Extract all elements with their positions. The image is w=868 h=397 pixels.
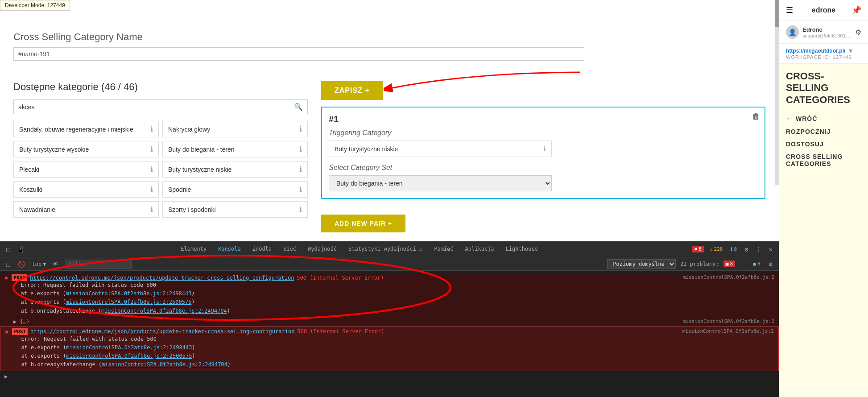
devtools-inspect-icon[interactable]: ⬚ [4, 244, 12, 255]
tab-elements[interactable]: Elementy [175, 243, 212, 256]
info-icon[interactable]: ℹ [299, 165, 302, 174]
category-item[interactable]: Buty do biegania - teren ℹ [162, 141, 308, 157]
right-sidebar: ☰ edrone 📌 👤 Edrone support@64e613018b53… [779, 0, 868, 397]
info-icon[interactable]: ℹ [150, 185, 153, 194]
sidebar-nav-item-wróć[interactable]: ← WRÓĆ [786, 115, 861, 123]
error-url[interactable]: https://control.edrone.me/json/products/… [30, 275, 294, 281]
problems-count: 22 problemy: [680, 261, 719, 267]
workspace-url[interactable]: https://megaoutdoor.pl/ [786, 48, 845, 54]
info-icon[interactable]: ℹ [299, 205, 302, 214]
sidebar-nav-item-dostosuj[interactable]: DOSTOSUJ [786, 141, 861, 148]
delete-button[interactable]: 🗑 [752, 112, 760, 121]
gear-icon[interactable]: ⚙ [855, 28, 861, 37]
tab-lighthouse[interactable]: Lighthouse [500, 243, 543, 256]
hamburger-icon[interactable]: ☰ [786, 5, 793, 15]
tab-application[interactable]: Aplikacja [460, 243, 500, 256]
middle-section: Dostępne kategorie (46 / 46) 🔍 Sandały, … [0, 72, 779, 241]
category-item[interactable]: Spodnie ℹ [162, 181, 308, 198]
console-ellipsis-row[interactable]: ▶ {…} missionControlSPA.0f2afb8e.js:2 [0, 317, 779, 327]
save-button[interactable]: ZAPISZ + [321, 81, 383, 100]
info-icon[interactable]: ℹ [299, 145, 302, 153]
sidebar-nav-item-cross-selling[interactable]: CROSS SELLING CATEGORIES [786, 153, 861, 167]
search-icon: 🔍 [294, 103, 303, 111]
console-content: ✖ POST https://control.edrone.me/json/pr… [0, 271, 779, 397]
tab-network[interactable]: Sieć [278, 243, 302, 256]
user-email: support@64e613018b53a... [802, 33, 851, 38]
scrollbar-track[interactable] [775, 0, 779, 185]
warning-count-badge: ⚠ 228 [707, 246, 725, 252]
category-item[interactable]: Nakrycia głowy ℹ [162, 121, 308, 137]
category-item[interactable]: Sandały, obuwie regeneracyjne i miejskie… [13, 121, 159, 137]
pair-card: #1 🗑 Triggering Category Buty turystyczn… [321, 107, 765, 199]
error-source[interactable]: missionControlSPA.0f2afb8e.js:2 [683, 274, 774, 280]
error-url[interactable]: https://control.edrone.me/json/products/… [30, 328, 294, 335]
console-error-row: ✖ POST https://control.edrone.me/json/pr… [0, 273, 779, 317]
problems-info-badge: ■ 8 [751, 261, 762, 267]
dropdown-icon[interactable]: ▼ [847, 47, 854, 54]
console-eye-icon[interactable]: 👁 [50, 259, 60, 269]
add-new-pair-button[interactable]: ADD NEW PAIR + [321, 215, 405, 232]
error-link[interactable]: missionControlSPA.0f2afb8e.js:2:2494704 [102, 361, 227, 368]
tab-memory[interactable]: Pamięć [429, 243, 459, 256]
console-toolbar: ⬚ 🚫 top ▼ 👁 Poziomy domyślne 22 problemy… [0, 257, 779, 271]
category-item[interactable]: Szorty i spodenki ℹ [162, 201, 308, 218]
category-item[interactable]: Buty turystyczne niskie ℹ [162, 161, 308, 178]
triggering-category-item[interactable]: Buty turystyczne niskie ℹ [329, 141, 552, 157]
info-icon[interactable]: ℹ [543, 145, 546, 153]
category-item[interactable]: Nawadnianie ℹ [13, 201, 159, 218]
info-icon[interactable]: ℹ [150, 145, 153, 153]
devtools-close-icon[interactable]: ✕ [767, 244, 774, 255]
tab-sources[interactable]: Źródła [247, 243, 277, 256]
triggering-category-title: Triggering Category [329, 129, 758, 137]
error-link[interactable]: missionControlSPA.0f2afb8e.js:2:2500575 [66, 299, 192, 305]
developer-mode-bar: Developer Mode: 127449 [0, 0, 70, 11]
devtools-more-icon[interactable]: ⋮ [754, 244, 764, 255]
error-source[interactable]: missionControlSPA.0f2afb8e.js:2 [682, 328, 774, 334]
error-icon: ✖ [4, 274, 8, 281]
tab-performance-insights[interactable]: Statystyki wydajności ⚠ [343, 243, 428, 256]
console-context-selector[interactable]: top ▼ [32, 261, 46, 267]
info-icon[interactable]: ℹ [150, 205, 153, 214]
devtools-dock-icons: ⬚ 📱 [4, 244, 26, 255]
console-dock-icon[interactable]: ⬚ [4, 259, 12, 269]
search-input[interactable] [18, 103, 294, 111]
info-icon[interactable]: ℹ [299, 125, 302, 133]
error-link[interactable]: missionControlSPA.0f2afb8e.js:2:2500575 [66, 353, 192, 359]
scrollbar-thumb[interactable] [775, 0, 779, 27]
tab-console[interactable]: Konsola [213, 243, 246, 256]
category-item[interactable]: Plecaki ℹ [13, 161, 159, 178]
console-filter-input[interactable] [65, 260, 132, 269]
search-box[interactable]: 🔍 [13, 99, 308, 114]
info-icon[interactable]: ℹ [150, 125, 153, 133]
log-level-select[interactable]: Poziomy domyślne [607, 259, 676, 269]
categories-grid: Sandały, obuwie regeneracyjne i miejskie… [13, 121, 308, 218]
user-name: Edrone [802, 26, 851, 33]
error-link[interactable]: missionControlSPA.0f2afb8e.js:2:2498443 [66, 290, 192, 297]
avatar: 👤 [786, 25, 799, 39]
user-info: Edrone support@64e613018b53a... [802, 26, 851, 38]
console-error-row-highlighted: ✖ POST https://control.edrone.me/json/pr… [0, 327, 779, 371]
tab-performance[interactable]: Wydajność [302, 243, 342, 256]
workspace-id: WORKSPACE ID: 127449 [786, 54, 861, 60]
info-count-badge: ℹ 8 [728, 246, 739, 252]
console-clear-icon[interactable]: 🚫 [16, 259, 27, 269]
devtools-settings-icon[interactable]: ⚙ [743, 244, 750, 255]
categories-title: Dostępne kategorie (46 / 46) [13, 81, 308, 93]
console-settings-icon[interactable]: ⚙ [767, 259, 774, 269]
console-prompt-row[interactable]: ▶ [0, 371, 779, 382]
devtools-device-icon[interactable]: 📱 [15, 244, 26, 255]
pin-icon[interactable]: 📌 [851, 5, 861, 15]
error-link[interactable]: missionControlSPA.0f2afb8e.js:2:2494704 [101, 308, 227, 314]
category-item[interactable]: Koszulki ℹ [13, 181, 159, 198]
sidebar-nav-item-rozpocznij[interactable]: ROZPOCZNIJ [786, 128, 861, 135]
info-icon[interactable]: ℹ [150, 165, 153, 174]
name-field[interactable] [13, 47, 584, 61]
category-item[interactable]: Buty turystyczne wysokie ℹ [13, 141, 159, 157]
error-link[interactable]: missionControlSPA.0f2afb8e.js:2:2498443 [66, 344, 192, 351]
sidebar-nav-label: WRÓĆ [796, 115, 817, 122]
category-set-select[interactable]: Buty do biegania - teren Buty turystyczn… [329, 175, 552, 191]
sidebar-user-section: 👤 Edrone support@64e613018b53a... ⚙ [779, 21, 868, 44]
cross-selling-panel: ZAPISZ + #1 🗑 Trigger [321, 81, 765, 232]
select-category-set-label: Select Category Set [329, 164, 758, 172]
info-icon[interactable]: ℹ [299, 185, 302, 194]
